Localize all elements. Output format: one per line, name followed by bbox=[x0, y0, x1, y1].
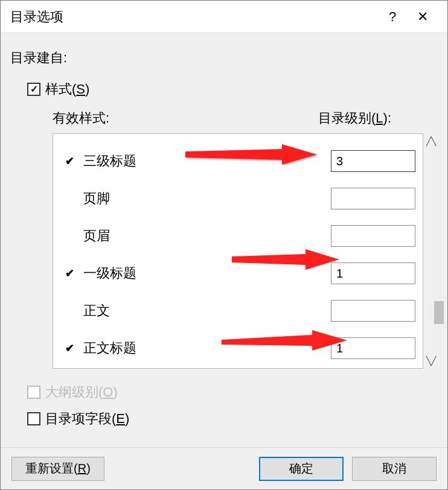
dialog-title: 目录选项 bbox=[10, 8, 377, 26]
scrollbar[interactable]: ╱╲ ╲╱ bbox=[423, 133, 439, 369]
style-name: 正文 bbox=[78, 302, 331, 320]
style-name: 页脚 bbox=[78, 189, 331, 208]
outline-checkbox-label: 大纲级别(O) bbox=[45, 383, 118, 401]
style-row: 页脚 bbox=[60, 180, 415, 217]
cancel-button[interactable]: 取消 bbox=[352, 457, 437, 481]
toc-level-input[interactable] bbox=[331, 262, 415, 284]
dialog-content: 目录建自: 样式(S) 有效样式: 目录级别(L): ✔ 三级标题 页脚 bbox=[1, 33, 447, 446]
styles-checkbox[interactable] bbox=[27, 83, 40, 96]
style-row: ✔ 三级标题 bbox=[60, 142, 415, 180]
help-button[interactable]: ? bbox=[377, 1, 408, 33]
effective-styles-header: 有效样式: bbox=[53, 109, 258, 127]
check-icon: ✔ bbox=[60, 342, 78, 355]
styles-listbox: ✔ 三级标题 页脚 页眉 ✔ 一级标题 正文 bbox=[53, 133, 423, 369]
styles-checkbox-label: 样式(S) bbox=[45, 80, 89, 98]
outline-checkbox bbox=[27, 386, 40, 399]
source-label: 目录建自: bbox=[10, 49, 438, 67]
check-icon: ✔ bbox=[60, 267, 78, 280]
options-block: 大纲级别(O) 目录项字段(E) bbox=[27, 383, 438, 428]
toc-level-input[interactable] bbox=[331, 337, 415, 359]
dialog-footer: 重新设置(R) 确定 取消 bbox=[1, 447, 447, 489]
reset-button[interactable]: 重新设置(R) bbox=[11, 457, 104, 481]
column-headers: 有效样式: 目录级别(L): bbox=[53, 109, 438, 127]
styles-checkbox-row[interactable]: 样式(S) bbox=[27, 80, 438, 98]
style-row: ✔ 一级标题 bbox=[60, 255, 415, 292]
fields-checkbox[interactable] bbox=[27, 412, 40, 425]
style-name: 页眉 bbox=[78, 227, 331, 245]
close-button[interactable]: ✕ bbox=[408, 1, 438, 33]
fields-checkbox-row[interactable]: 目录项字段(E) bbox=[27, 410, 438, 428]
toc-level-input[interactable] bbox=[331, 150, 415, 172]
toc-level-input[interactable] bbox=[331, 188, 415, 209]
style-row: ✔ 正文标题 bbox=[60, 329, 415, 367]
toc-level-input[interactable] bbox=[331, 225, 415, 247]
style-name: 三级标题 bbox=[78, 152, 331, 170]
toc-level-input[interactable] bbox=[331, 300, 415, 322]
check-icon: ✔ bbox=[60, 154, 78, 168]
style-row: 正文 bbox=[60, 292, 415, 329]
style-name: 一级标题 bbox=[78, 264, 331, 282]
styles-container: ✔ 三级标题 页脚 页眉 ✔ 一级标题 正文 bbox=[53, 133, 439, 369]
scroll-down-icon[interactable]: ╲╱ bbox=[423, 353, 439, 369]
toc-level-header: 目录级别(L): bbox=[318, 109, 391, 127]
fields-checkbox-label: 目录项字段(E) bbox=[45, 410, 129, 428]
ok-button[interactable]: 确定 bbox=[259, 457, 344, 481]
scroll-up-icon[interactable]: ╱╲ bbox=[423, 133, 439, 149]
style-row: 页眉 bbox=[60, 217, 415, 255]
scroll-thumb[interactable] bbox=[434, 301, 444, 324]
style-name: 正文标题 bbox=[78, 339, 331, 357]
titlebar: 目录选项 ? ✕ bbox=[1, 1, 447, 33]
outline-checkbox-row: 大纲级别(O) bbox=[27, 383, 438, 401]
